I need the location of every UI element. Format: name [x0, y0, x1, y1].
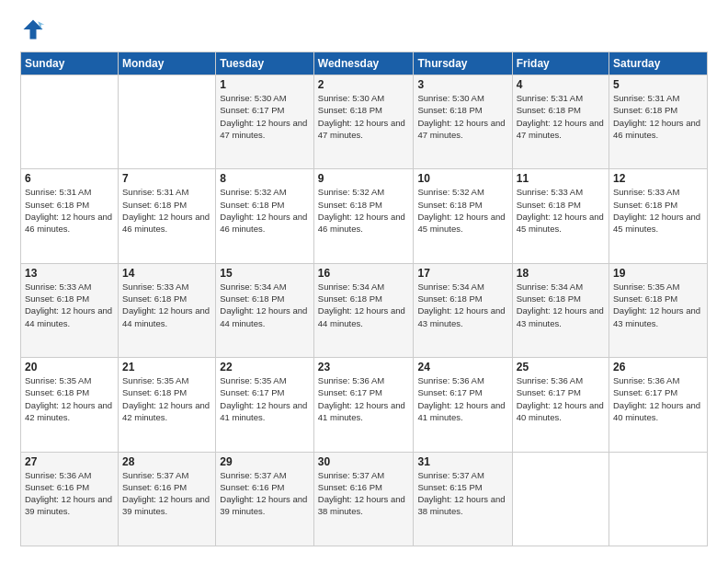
day-number: 29 [220, 455, 310, 468]
day-info: Sunrise: 5:34 AM Sunset: 6:18 PM Dayligh… [517, 281, 605, 329]
day-number: 2 [318, 78, 410, 91]
day-number: 13 [25, 267, 114, 280]
day-info: Sunrise: 5:34 AM Sunset: 6:18 PM Dayligh… [220, 281, 310, 329]
day-info: Sunrise: 5:30 AM Sunset: 6:18 PM Dayligh… [318, 92, 410, 141]
logo [20, 17, 50, 42]
day-number: 6 [25, 172, 114, 185]
week-row-4: 20Sunrise: 5:35 AM Sunset: 6:18 PM Dayli… [21, 358, 708, 452]
day-cell: 23Sunrise: 5:36 AM Sunset: 6:17 PM Dayli… [313, 358, 414, 452]
day-number: 31 [417, 455, 507, 468]
day-info: Sunrise: 5:36 AM Sunset: 6:16 PM Dayligh… [25, 469, 114, 518]
day-info: Sunrise: 5:37 AM Sunset: 6:16 PM Dayligh… [122, 469, 211, 518]
day-number: 22 [220, 361, 310, 373]
day-number: 26 [613, 361, 703, 373]
day-number: 27 [25, 455, 114, 468]
weekday-header-sunday: Sunday [21, 52, 119, 75]
day-info: Sunrise: 5:37 AM Sunset: 6:15 PM Dayligh… [417, 469, 507, 518]
day-cell: 6Sunrise: 5:31 AM Sunset: 6:18 PM Daylig… [21, 169, 119, 263]
day-info: Sunrise: 5:36 AM Sunset: 6:17 PM Dayligh… [517, 374, 605, 423]
day-info: Sunrise: 5:35 AM Sunset: 6:18 PM Dayligh… [25, 374, 114, 423]
day-cell: 17Sunrise: 5:34 AM Sunset: 6:18 PM Dayli… [414, 263, 512, 357]
day-number: 11 [517, 172, 605, 185]
day-cell [119, 75, 216, 169]
day-number: 24 [417, 361, 507, 373]
day-number: 12 [613, 172, 703, 185]
day-number: 4 [517, 78, 605, 91]
day-cell: 21Sunrise: 5:35 AM Sunset: 6:18 PM Dayli… [119, 358, 216, 452]
calendar: SundayMondayTuesdayWednesdayThursdayFrid… [20, 52, 708, 546]
day-cell: 3Sunrise: 5:30 AM Sunset: 6:18 PM Daylig… [414, 75, 512, 169]
weekday-header-friday: Friday [512, 52, 609, 75]
day-info: Sunrise: 5:36 AM Sunset: 6:17 PM Dayligh… [318, 374, 410, 423]
day-info: Sunrise: 5:36 AM Sunset: 6:17 PM Dayligh… [417, 374, 507, 423]
week-row-5: 27Sunrise: 5:36 AM Sunset: 6:16 PM Dayli… [21, 452, 708, 546]
day-number: 28 [122, 455, 211, 468]
weekday-header-tuesday: Tuesday [216, 52, 314, 75]
day-number: 20 [25, 361, 114, 373]
logo-icon [20, 17, 46, 42]
day-cell: 7Sunrise: 5:31 AM Sunset: 6:18 PM Daylig… [119, 169, 216, 263]
page: SundayMondayTuesdayWednesdayThursdayFrid… [0, 0, 728, 563]
day-cell: 30Sunrise: 5:37 AM Sunset: 6:16 PM Dayli… [313, 452, 414, 546]
day-cell: 4Sunrise: 5:31 AM Sunset: 6:18 PM Daylig… [512, 75, 609, 169]
day-cell: 27Sunrise: 5:36 AM Sunset: 6:16 PM Dayli… [21, 452, 119, 546]
day-cell: 19Sunrise: 5:35 AM Sunset: 6:18 PM Dayli… [609, 263, 708, 357]
day-number: 30 [318, 455, 410, 468]
day-cell: 12Sunrise: 5:33 AM Sunset: 6:18 PM Dayli… [609, 169, 708, 263]
week-row-1: 1Sunrise: 5:30 AM Sunset: 6:17 PM Daylig… [21, 75, 708, 169]
day-info: Sunrise: 5:31 AM Sunset: 6:18 PM Dayligh… [613, 92, 703, 141]
day-cell: 31Sunrise: 5:37 AM Sunset: 6:15 PM Dayli… [414, 452, 512, 546]
day-cell: 5Sunrise: 5:31 AM Sunset: 6:18 PM Daylig… [609, 75, 708, 169]
day-info: Sunrise: 5:30 AM Sunset: 6:18 PM Dayligh… [417, 92, 507, 141]
day-info: Sunrise: 5:30 AM Sunset: 6:17 PM Dayligh… [220, 92, 310, 141]
day-cell: 11Sunrise: 5:33 AM Sunset: 6:18 PM Dayli… [512, 169, 609, 263]
day-number: 14 [122, 267, 211, 280]
day-number: 8 [220, 172, 310, 185]
day-info: Sunrise: 5:32 AM Sunset: 6:18 PM Dayligh… [318, 186, 410, 235]
day-info: Sunrise: 5:37 AM Sunset: 6:16 PM Dayligh… [318, 469, 410, 518]
day-number: 18 [517, 267, 605, 280]
day-number: 3 [417, 78, 507, 91]
day-info: Sunrise: 5:31 AM Sunset: 6:18 PM Dayligh… [25, 186, 114, 235]
day-info: Sunrise: 5:35 AM Sunset: 6:18 PM Dayligh… [122, 374, 211, 423]
week-row-2: 6Sunrise: 5:31 AM Sunset: 6:18 PM Daylig… [21, 169, 708, 263]
day-info: Sunrise: 5:33 AM Sunset: 6:18 PM Dayligh… [122, 281, 211, 329]
day-cell: 29Sunrise: 5:37 AM Sunset: 6:16 PM Dayli… [216, 452, 314, 546]
day-number: 21 [122, 361, 211, 373]
day-number: 15 [220, 267, 310, 280]
day-number: 9 [318, 172, 410, 185]
day-number: 19 [613, 267, 703, 280]
weekday-header-wednesday: Wednesday [313, 52, 414, 75]
day-cell [609, 452, 708, 546]
day-cell: 16Sunrise: 5:34 AM Sunset: 6:18 PM Dayli… [313, 263, 414, 357]
day-number: 23 [318, 361, 410, 373]
day-cell: 8Sunrise: 5:32 AM Sunset: 6:18 PM Daylig… [216, 169, 314, 263]
day-cell: 26Sunrise: 5:36 AM Sunset: 6:17 PM Dayli… [609, 358, 708, 452]
day-cell: 28Sunrise: 5:37 AM Sunset: 6:16 PM Dayli… [119, 452, 216, 546]
day-cell: 2Sunrise: 5:30 AM Sunset: 6:18 PM Daylig… [313, 75, 414, 169]
day-cell: 20Sunrise: 5:35 AM Sunset: 6:18 PM Dayli… [21, 358, 119, 452]
day-cell [21, 75, 119, 169]
day-info: Sunrise: 5:35 AM Sunset: 6:17 PM Dayligh… [220, 374, 310, 423]
weekday-header-monday: Monday [119, 52, 216, 75]
day-cell: 10Sunrise: 5:32 AM Sunset: 6:18 PM Dayli… [414, 169, 512, 263]
day-cell: 25Sunrise: 5:36 AM Sunset: 6:17 PM Dayli… [512, 358, 609, 452]
weekday-header-row: SundayMondayTuesdayWednesdayThursdayFrid… [21, 52, 708, 75]
day-number: 10 [417, 172, 507, 185]
day-number: 16 [318, 267, 410, 280]
day-cell: 14Sunrise: 5:33 AM Sunset: 6:18 PM Dayli… [119, 263, 216, 357]
day-cell: 1Sunrise: 5:30 AM Sunset: 6:17 PM Daylig… [216, 75, 314, 169]
day-info: Sunrise: 5:36 AM Sunset: 6:17 PM Dayligh… [613, 374, 703, 423]
day-info: Sunrise: 5:31 AM Sunset: 6:18 PM Dayligh… [517, 92, 605, 141]
day-info: Sunrise: 5:31 AM Sunset: 6:18 PM Dayligh… [122, 186, 211, 235]
day-info: Sunrise: 5:34 AM Sunset: 6:18 PM Dayligh… [417, 281, 507, 329]
day-info: Sunrise: 5:33 AM Sunset: 6:18 PM Dayligh… [517, 186, 605, 235]
day-cell: 18Sunrise: 5:34 AM Sunset: 6:18 PM Dayli… [512, 263, 609, 357]
day-number: 7 [122, 172, 211, 185]
day-cell: 9Sunrise: 5:32 AM Sunset: 6:18 PM Daylig… [313, 169, 414, 263]
day-info: Sunrise: 5:33 AM Sunset: 6:18 PM Dayligh… [25, 281, 114, 329]
weekday-header-thursday: Thursday [414, 52, 512, 75]
day-number: 5 [613, 78, 703, 91]
day-number: 1 [220, 78, 310, 91]
weekday-header-saturday: Saturday [609, 52, 708, 75]
